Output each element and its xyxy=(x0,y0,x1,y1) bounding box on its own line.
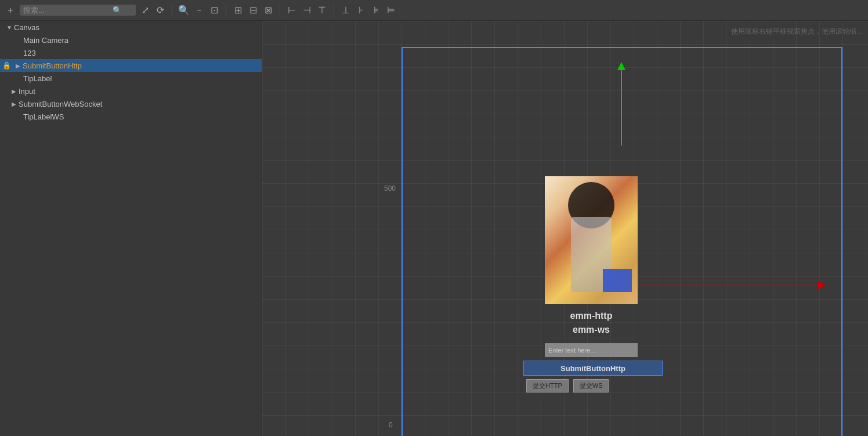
zoom-fit-icon[interactable]: ⊡ xyxy=(208,5,220,16)
tool5-icon[interactable]: ⊣ xyxy=(301,5,313,16)
scene-view[interactable]: 使用鼠标右键平移视窗焦点，使用滚轮缩... 500 0 emm-http emm… xyxy=(262,21,868,436)
input-label: Input xyxy=(19,87,262,96)
hierarchy-panel: ▼ Canvas ▶ Main Camera ▶ 123 🔒 ▶ SubmitB… xyxy=(0,21,262,436)
canvas-arrow: ▼ xyxy=(5,24,14,31)
tool6-icon[interactable]: ⊤ xyxy=(316,5,328,16)
tool1-icon[interactable]: ⊞ xyxy=(232,5,244,16)
scene-image xyxy=(545,176,638,304)
transform-arrow-x xyxy=(621,285,818,286)
item-123-arrow: ▶ xyxy=(14,50,23,56)
tool2-icon[interactable]: ⊟ xyxy=(247,5,259,16)
main-layout: ▼ Canvas ▶ Main Camera ▶ 123 🔒 ▶ SubmitB… xyxy=(0,21,868,436)
hierarchy-item-tip-label-ws[interactable]: ▶ TipLabelWS xyxy=(0,110,262,123)
lock-icon: 🔒 xyxy=(2,61,11,70)
submit-http-button[interactable]: 提交HTTP xyxy=(526,379,569,393)
blue-square xyxy=(603,269,632,292)
submit-http-label: SubmitButtonHttp xyxy=(23,61,262,70)
toolbar-sep3 xyxy=(280,5,280,16)
axis-label-0: 0 xyxy=(389,421,393,429)
scene-hint: 使用鼠标右键平移视窗焦点，使用滚轮缩... xyxy=(731,27,862,37)
tool10-icon[interactable]: ⊨ xyxy=(385,5,397,16)
search-icon: 🔍 xyxy=(113,6,122,14)
zoom-out-icon[interactable]: 🔍 xyxy=(178,5,190,16)
submit-ws-button[interactable]: 提交WS xyxy=(573,379,609,393)
emm-ws-label: emm-ws xyxy=(545,325,638,335)
tool7-icon[interactable]: ⊥ xyxy=(340,5,352,16)
zoom-in-icon[interactable]: − xyxy=(193,6,205,14)
tool9-icon[interactable]: ⊧ xyxy=(370,5,382,16)
emm-http-label: emm-http xyxy=(545,311,638,321)
tip-label-label: TipLabel xyxy=(23,74,262,83)
tip-label-ws-arrow: ▶ xyxy=(14,114,23,120)
hierarchy-item-input[interactable]: ▶ Input xyxy=(0,85,262,97)
scene-input-placeholder: Enter text here... xyxy=(545,343,638,357)
search-box[interactable]: 🔍 xyxy=(20,5,136,16)
hierarchy-item-submit-http[interactable]: 🔒 ▶ SubmitButtonHttp xyxy=(0,59,262,72)
hierarchy-item-123[interactable]: ▶ 123 xyxy=(0,46,262,59)
tool8-icon[interactable]: ⊦ xyxy=(355,5,367,16)
hierarchy-item-main-camera[interactable]: ▶ Main Camera xyxy=(0,34,262,46)
toolbar-sep4 xyxy=(334,5,334,16)
toolbar-sep2 xyxy=(226,5,226,16)
submit-http-arrow: ▶ xyxy=(13,63,23,69)
toolbar-separator xyxy=(172,5,172,16)
main-camera-arrow: ▶ xyxy=(14,37,23,43)
item-123-label: 123 xyxy=(23,49,262,57)
add-button[interactable]: + xyxy=(5,5,16,16)
hierarchy-item-canvas[interactable]: ▼ Canvas xyxy=(0,21,262,34)
canvas-label: Canvas xyxy=(14,23,262,32)
search-input[interactable] xyxy=(23,6,110,14)
tip-label-arrow: ▶ xyxy=(14,75,23,82)
transform-arrow-y xyxy=(621,70,622,146)
hierarchy-item-submit-ws[interactable]: ▶ SubmitButtonWebSocket xyxy=(0,97,262,110)
tool3-icon[interactable]: ⊠ xyxy=(262,5,274,16)
scene-buttons-row: 提交HTTP 提交WS xyxy=(526,379,609,393)
tip-label-ws-label: TipLabelWS xyxy=(23,112,262,121)
refresh-icon[interactable]: ⟳ xyxy=(154,5,166,16)
axis-label-500: 500 xyxy=(384,184,396,192)
hierarchy-item-tip-label[interactable]: ▶ TipLabel xyxy=(0,72,262,85)
hierarchy-toolbar: + 🔍 ⤢ ⟳ 🔍 − ⊡ ⊞ ⊟ ⊠ ⊢ ⊣ ⊤ ⊥ ⊦ ⊧ ⊨ xyxy=(0,0,868,21)
input-arrow: ▶ xyxy=(9,88,19,95)
main-camera-label: Main Camera xyxy=(23,36,262,45)
scene-submit-button-label: SubmitButtonHttp xyxy=(523,361,663,376)
submit-ws-label: SubmitButtonWebSocket xyxy=(19,100,262,108)
tool4-icon[interactable]: ⊢ xyxy=(286,5,298,16)
expand-icon[interactable]: ⤢ xyxy=(139,5,151,16)
submit-ws-arrow: ▶ xyxy=(9,101,19,107)
